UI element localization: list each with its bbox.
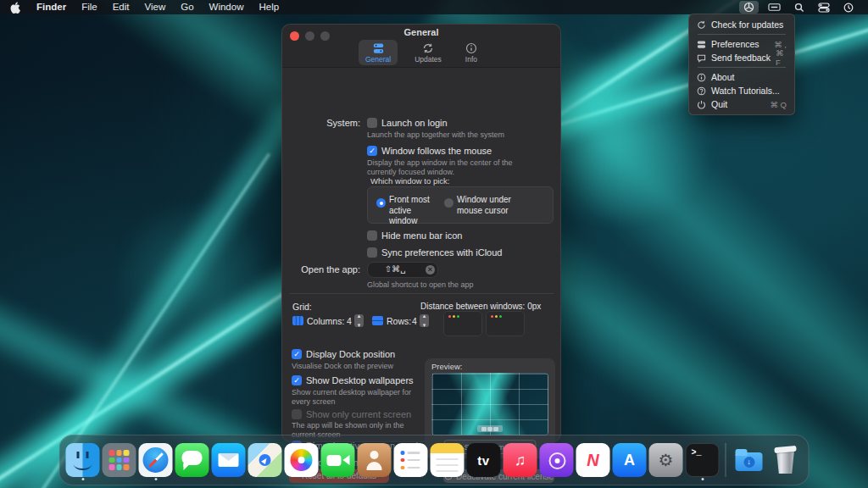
only-current-screen-label: Show only current screen [306,409,411,419]
hide-menu-bar-icon-label: Hide menu bar icon [381,230,462,241]
window-title: General [282,27,560,37]
rows-field-label: Rows: [387,316,411,326]
divider [289,293,554,294]
dock-icon-mail[interactable] [212,443,246,477]
launch-on-login-label: Launch on login [381,118,448,128]
dock: tv ♫ N A ⚙ >_ [59,435,810,485]
front-most-radio[interactable] [376,198,386,208]
columns-field-label: Columns: [307,316,344,326]
menubar-item-go[interactable]: Go [173,0,201,14]
menubar-item-finder[interactable]: Finder [29,0,74,14]
which-window-label: Which window to pick: [370,176,449,186]
distance-preview-window [443,311,482,336]
running-indicator [81,478,84,480]
window-follows-mouse-desc: Display the app window in the center of … [367,158,541,178]
keyboard-menubar-icon[interactable] [764,1,785,14]
dock-icon-maps[interactable] [248,443,282,477]
refresh-icon [697,20,706,30]
dock-separator [726,443,726,477]
menu-item-label: About [711,72,787,82]
info-icon [697,73,706,82]
menubar-item-view[interactable]: View [137,0,174,14]
dock-icon-terminal[interactable]: >_ [686,443,720,477]
toolbar-tabs: General Updates Info [282,40,560,65]
info-icon [465,42,477,54]
dock-icon-system-settings[interactable]: ⚙ [649,443,683,477]
dock-icon-notes[interactable] [431,443,465,477]
running-indicator [701,478,704,480]
launch-on-login-checkbox[interactable] [367,118,377,128]
rows-value: 4 [412,316,417,326]
display-dock-label: Display Dock position [306,349,395,359]
dock-icon-reminders[interactable] [394,443,428,477]
menu-item-check-for-updates[interactable]: Check for updates [689,18,794,31]
columns-stepper[interactable] [354,314,364,327]
dock-icon-facetime[interactable] [321,443,355,477]
app-logo-icon [743,2,754,13]
menu-item-about[interactable]: About [689,70,794,84]
dock-icon-photos[interactable] [285,443,319,477]
rows-stepper[interactable] [420,314,429,327]
menu-item-send-feedback[interactable]: Send feedback ⌘ F [689,51,794,64]
dock-icon-messages[interactable] [175,443,209,477]
power-icon [697,100,706,109]
app-menubar-button[interactable] [739,1,759,14]
dock-icon-launchpad[interactable] [103,443,136,477]
apple-icon [10,2,20,14]
menu-item-label: Preferences [711,39,769,49]
shortcut-value: ⇧⌘␣ [368,264,422,274]
control-center-menubar-icon[interactable] [814,1,834,14]
system-label: System: [286,118,360,128]
hide-menu-bar-icon-checkbox[interactable] [367,230,377,241]
display-dock-desc: Visualise Dock on the preview [292,362,419,371]
tab-label: Updates [415,55,442,64]
dock-icon-tv[interactable]: tv [467,443,501,477]
open-app-desc: Global shortcut to open the app [367,280,545,290]
dock-icon-news[interactable]: N [576,443,610,477]
sync-icloud-checkbox[interactable] [367,247,377,258]
tab-info[interactable]: Info [459,40,484,65]
shortcut-field[interactable]: ⇧⌘␣ [367,262,438,278]
distance-preview-window [486,311,525,336]
tab-updates[interactable]: Updates [408,40,448,65]
menubar-item-edit[interactable]: Edit [105,0,137,14]
window-content: System: Launch on login Launch the app t… [282,67,560,441]
menu-item-shortcut: ⌘ , [774,40,787,49]
keyboard-icon [768,3,781,12]
menubar-item-help[interactable]: Help [251,0,287,14]
window-follows-mouse-label: Window follows the mouse [381,146,492,156]
menu-item-label: Watch Tutorials... [711,86,787,96]
menu-item-label: Quit [711,99,765,109]
dock-icon-downloads[interactable] [732,443,766,477]
menu-item-watch-tutorials[interactable]: Watch Tutorials... [689,84,794,97]
menubar-item-window[interactable]: Window [202,0,252,14]
dock-icon-app-store[interactable]: A [613,443,647,477]
dock-icon-music[interactable]: ♫ [504,443,537,477]
menubar-item-file[interactable]: File [74,0,105,14]
window-follows-mouse-checkbox[interactable] [367,146,377,156]
tab-general[interactable]: General [359,40,398,65]
window-under-mouse-radio[interactable] [444,198,453,208]
clock-menubar-icon[interactable] [839,1,858,14]
dock-icon-podcasts[interactable] [540,443,574,477]
dock-icon-finder[interactable] [66,443,100,477]
dock-icon-trash[interactable] [769,443,803,477]
menu-item-label: Send feedback [711,53,771,63]
sync-icloud-label: Sync preferences with iCloud [381,247,502,258]
show-wallpapers-checkbox[interactable] [292,375,302,385]
feedback-icon [697,53,706,63]
updates-icon [422,42,434,54]
window-under-mouse-radio-label: Window under mouse cursor [457,195,513,216]
display-dock-checkbox[interactable] [292,349,302,359]
window-titlebar[interactable]: General General Updates [282,25,560,68]
apple-menu[interactable] [0,2,29,14]
dock-icon-safari[interactable] [139,443,173,477]
clear-shortcut-button[interactable] [426,265,435,274]
spotlight-menubar-icon[interactable] [790,1,809,14]
wallpaper-glow [102,203,288,356]
only-current-screen-checkbox[interactable] [292,409,302,419]
menu-item-shortcut: ⌘ Q [770,100,787,109]
preview-label: Preview: [431,362,462,372]
dock-icon-contacts[interactable] [358,443,392,477]
menu-item-quit[interactable]: Quit ⌘ Q [689,97,794,111]
